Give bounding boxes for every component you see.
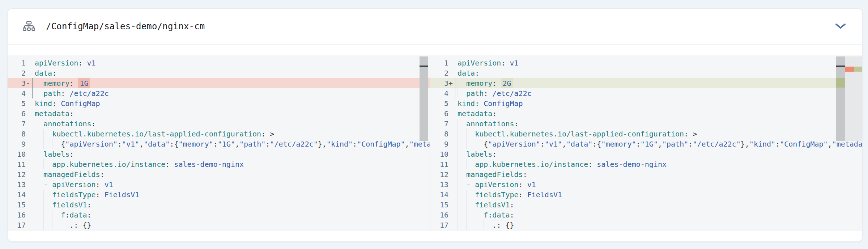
token-v: "data" (144, 140, 170, 148)
code-line[interactable]: 10 labels: (8, 149, 430, 159)
token-w (458, 170, 466, 179)
token-v: "metadata (832, 140, 862, 148)
code-line[interactable]: 13 - apiVersion: v1 (430, 180, 862, 190)
code-line[interactable]: 9 {"apiVersion":"v1","data":{"memory":"1… (430, 139, 862, 149)
indent-guide (52, 210, 52, 220)
code-line[interactable]: 8 kubectl.kubernetes.io/last-applied-con… (8, 129, 430, 139)
indent-guide (35, 169, 35, 180)
code-line[interactable]: 4 path: /etc/a22c (430, 88, 862, 98)
code-line[interactable]: 9 {"apiVersion":"v1","data":{"memory":"1… (8, 139, 430, 149)
indent-guide (43, 220, 44, 230)
token-p: : (519, 190, 527, 199)
token-v: "data" (566, 140, 592, 148)
token-w (35, 119, 43, 128)
code-line[interactable]: 5kind: ConfigMap (8, 98, 430, 109)
line-number: 14 (430, 190, 448, 200)
indent-guide (458, 129, 458, 139)
code-text: annotations: (455, 119, 862, 129)
code-line[interactable]: 6metadata: (430, 109, 862, 119)
sign-spacer (26, 88, 32, 98)
code-line[interactable]: 15 fieldsV1: (430, 200, 862, 210)
collapse-button[interactable] (833, 19, 848, 34)
line-number: 5 (430, 98, 448, 109)
token-k: f (484, 211, 488, 219)
code-line[interactable]: 15 fieldsV1: (8, 200, 430, 210)
indent-guide (466, 210, 467, 220)
sign-spacer (26, 129, 32, 139)
left-scrollbar-thumb[interactable] (420, 56, 428, 141)
code-line[interactable]: 10 labels: (430, 149, 862, 159)
code-line[interactable]: 13 - apiVersion: v1 (8, 180, 430, 190)
indent-guide (484, 220, 484, 230)
token-o: - (466, 180, 475, 189)
code-line[interactable]: 16 f:data: (8, 210, 430, 220)
code-line[interactable]: 1apiVersion: v1 (430, 58, 862, 68)
code-line[interactable]: 17 .: {} (430, 220, 862, 230)
line-number: 13 (430, 180, 448, 190)
code-line[interactable]: 6metadata: (8, 109, 430, 119)
line-number: 6 (8, 109, 26, 119)
code-line[interactable]: 16 f:data: (430, 210, 862, 220)
code-line[interactable]: 3- memory: 1G (8, 78, 430, 88)
token-k: kind (35, 99, 52, 108)
token-k: kind (458, 99, 475, 108)
token-p: : (52, 99, 61, 108)
token-p: : (69, 150, 74, 159)
sign-spacer (448, 149, 455, 159)
code-line[interactable]: 4 path: /etc/a22c (8, 88, 430, 98)
indent-guide (35, 200, 35, 210)
token-v: "ConfigMap" (357, 140, 405, 148)
code-line[interactable]: 8 kubectl.kubernetes.io/last-applied-con… (430, 129, 862, 139)
right-scrollbar-thumb[interactable] (836, 56, 845, 141)
indent-guide (458, 180, 458, 190)
token-k: labels (466, 150, 492, 159)
code-line[interactable]: 14 fieldsType: FieldsV1 (430, 190, 862, 200)
indent-guide (35, 88, 35, 98)
code-line[interactable]: 5kind: ConfigMap (430, 98, 862, 109)
code-line[interactable]: 1apiVersion: v1 (8, 58, 430, 68)
line-number: 12 (430, 169, 448, 180)
token-p: : (492, 109, 497, 118)
token-p: :{ (592, 140, 601, 148)
line-number: 7 (430, 119, 448, 129)
token-o: - (43, 180, 52, 189)
sign-spacer (26, 119, 32, 129)
token-w (35, 211, 61, 219)
code-line[interactable]: 12 managedFields: (8, 169, 430, 180)
line-number: 11 (8, 159, 26, 169)
code-line[interactable]: 7 annotations: (430, 119, 862, 129)
indent-guide (466, 139, 467, 149)
token-v: "v1" (122, 140, 139, 148)
code-line[interactable]: 12 managedFields: (430, 169, 862, 180)
token-v: ConfigMap (61, 99, 100, 108)
code-line[interactable]: 2data: (8, 68, 430, 78)
indent-guide (458, 200, 458, 210)
token-k: annotations (43, 119, 91, 128)
code-text: memory: 2G (455, 78, 862, 88)
sign-spacer (26, 190, 32, 200)
sign-spacer (26, 98, 32, 109)
token-p: : (775, 140, 780, 148)
code-line[interactable]: 14 fieldsType: FieldsV1 (8, 190, 430, 200)
token-o: > (270, 130, 274, 138)
code-line[interactable]: 2data: (430, 68, 862, 78)
token-v: "/etc/a22c" (270, 140, 318, 148)
code-line[interactable]: 17 .: {} (8, 220, 430, 230)
removed-sign: - (26, 78, 32, 88)
token-k: apiVersion (475, 180, 518, 189)
token-w (35, 79, 43, 88)
token-p: .: {} (69, 221, 91, 229)
code-line[interactable]: 7 annotations: (8, 119, 430, 129)
token-w (35, 180, 43, 189)
code-line[interactable]: 11 app.kubernetes.io/instance: sales-dem… (8, 159, 430, 169)
token-p: : (492, 150, 497, 159)
indent-guide (458, 159, 458, 169)
code-text: .: {} (33, 220, 430, 230)
token-p: : (61, 89, 69, 98)
code-line[interactable]: 11 app.kubernetes.io/instance: sales-dem… (430, 159, 862, 169)
code-line[interactable]: 3+ memory: 2G (430, 78, 862, 88)
code-lines-modified: 1apiVersion: v12data:3+ memory: 2G4 path… (430, 58, 862, 230)
code-text: fieldsV1: (455, 200, 862, 210)
diff-pane-modified: 1apiVersion: v12data:3+ memory: 2G4 path… (430, 55, 862, 231)
token-p: : (523, 170, 527, 179)
